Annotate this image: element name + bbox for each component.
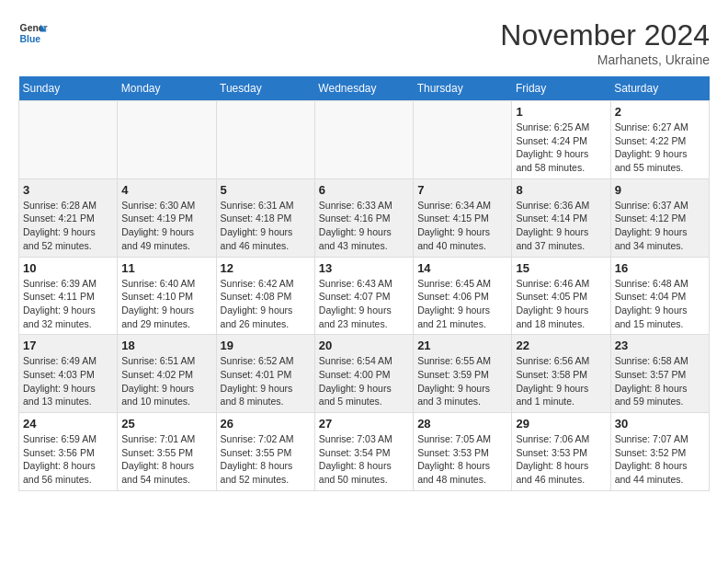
- calendar-table: SundayMondayTuesdayWednesdayThursdayFrid…: [18, 76, 710, 491]
- day-number: 24: [23, 417, 113, 431]
- calendar-cell: 23Sunrise: 6:58 AM Sunset: 3:57 PM Dayli…: [610, 335, 709, 413]
- calendar-cell: 6Sunrise: 6:33 AM Sunset: 4:16 PM Daylig…: [314, 178, 413, 257]
- day-number: 6: [319, 183, 409, 197]
- day-info: Sunrise: 6:45 AM Sunset: 4:06 PM Dayligh…: [417, 277, 507, 331]
- day-number: 19: [221, 339, 311, 352]
- day-number: 10: [23, 261, 113, 275]
- day-number: 20: [319, 339, 409, 352]
- day-number: 28: [417, 417, 507, 431]
- calendar-cell: 22Sunrise: 6:56 AM Sunset: 3:58 PM Dayli…: [512, 335, 610, 413]
- calendar-cell: [414, 101, 512, 179]
- day-info: Sunrise: 7:01 AM Sunset: 3:55 PM Dayligh…: [121, 432, 211, 487]
- calendar-cell: 15Sunrise: 6:46 AM Sunset: 4:05 PM Dayli…: [512, 257, 610, 335]
- calendar-cell: 2Sunrise: 6:27 AM Sunset: 4:22 PM Daylig…: [610, 101, 709, 179]
- day-info: Sunrise: 6:42 AM Sunset: 4:08 PM Dayligh…: [221, 277, 311, 331]
- week-row-1: 1Sunrise: 6:25 AM Sunset: 4:24 PM Daylig…: [19, 101, 710, 179]
- day-number: 13: [319, 261, 409, 275]
- day-number: 21: [417, 339, 507, 352]
- day-number: 30: [615, 417, 705, 431]
- day-number: 18: [121, 339, 211, 352]
- calendar-cell: 13Sunrise: 6:43 AM Sunset: 4:07 PM Dayli…: [314, 257, 413, 335]
- col-header-thursday: Thursday: [414, 76, 512, 101]
- day-number: 15: [516, 261, 606, 275]
- day-number: 17: [23, 339, 113, 352]
- calendar-cell: [216, 101, 314, 179]
- day-info: Sunrise: 6:59 AM Sunset: 3:56 PM Dayligh…: [23, 432, 113, 487]
- col-header-friday: Friday: [512, 76, 610, 101]
- day-info: Sunrise: 6:30 AM Sunset: 4:19 PM Dayligh…: [121, 199, 211, 253]
- title-area: November 2024 Marhanets, Ukraine: [500, 18, 710, 67]
- day-number: 4: [121, 183, 211, 197]
- header-row: SundayMondayTuesdayWednesdayThursdayFrid…: [19, 76, 710, 101]
- day-info: Sunrise: 6:37 AM Sunset: 4:12 PM Dayligh…: [615, 199, 705, 253]
- day-info: Sunrise: 6:40 AM Sunset: 4:10 PM Dayligh…: [121, 277, 211, 331]
- calendar-cell: 9Sunrise: 6:37 AM Sunset: 4:12 PM Daylig…: [610, 178, 709, 257]
- day-info: Sunrise: 7:02 AM Sunset: 3:55 PM Dayligh…: [221, 432, 311, 487]
- day-number: 23: [615, 339, 705, 352]
- day-info: Sunrise: 6:55 AM Sunset: 3:59 PM Dayligh…: [417, 354, 507, 408]
- header: General Blue November 2024 Marhanets, Uk…: [18, 18, 710, 67]
- calendar-cell: 5Sunrise: 6:31 AM Sunset: 4:18 PM Daylig…: [216, 178, 314, 257]
- day-info: Sunrise: 7:06 AM Sunset: 3:53 PM Dayligh…: [516, 432, 606, 487]
- day-info: Sunrise: 6:34 AM Sunset: 4:15 PM Dayligh…: [417, 199, 507, 253]
- calendar-cell: 1Sunrise: 6:25 AM Sunset: 4:24 PM Daylig…: [512, 101, 610, 179]
- calendar-cell: 4Sunrise: 6:30 AM Sunset: 4:19 PM Daylig…: [118, 178, 216, 257]
- day-info: Sunrise: 6:54 AM Sunset: 4:00 PM Dayligh…: [319, 354, 409, 408]
- week-row-3: 10Sunrise: 6:39 AM Sunset: 4:11 PM Dayli…: [19, 257, 710, 335]
- logo: General Blue: [18, 18, 48, 48]
- day-number: 5: [221, 183, 311, 197]
- day-info: Sunrise: 6:43 AM Sunset: 4:07 PM Dayligh…: [319, 277, 409, 331]
- calendar-cell: 16Sunrise: 6:48 AM Sunset: 4:04 PM Dayli…: [610, 257, 709, 335]
- day-info: Sunrise: 6:33 AM Sunset: 4:16 PM Dayligh…: [319, 199, 409, 253]
- day-number: 1: [516, 105, 606, 119]
- day-number: 8: [516, 183, 606, 197]
- day-info: Sunrise: 6:36 AM Sunset: 4:14 PM Dayligh…: [516, 199, 606, 253]
- month-title: November 2024: [500, 18, 710, 52]
- calendar-cell: 30Sunrise: 7:07 AM Sunset: 3:52 PM Dayli…: [610, 413, 709, 491]
- day-number: 27: [319, 417, 409, 431]
- calendar-cell: [19, 101, 118, 179]
- col-header-wednesday: Wednesday: [314, 76, 413, 101]
- day-info: Sunrise: 6:28 AM Sunset: 4:21 PM Dayligh…: [23, 199, 113, 253]
- calendar-cell: [118, 101, 216, 179]
- day-number: 25: [121, 417, 211, 431]
- calendar-cell: 28Sunrise: 7:05 AM Sunset: 3:53 PM Dayli…: [414, 413, 512, 491]
- calendar-cell: 19Sunrise: 6:52 AM Sunset: 4:01 PM Dayli…: [216, 335, 314, 413]
- calendar-cell: 12Sunrise: 6:42 AM Sunset: 4:08 PM Dayli…: [216, 257, 314, 335]
- day-info: Sunrise: 6:56 AM Sunset: 3:58 PM Dayligh…: [516, 354, 606, 408]
- day-info: Sunrise: 6:51 AM Sunset: 4:02 PM Dayligh…: [121, 354, 211, 408]
- day-number: 11: [121, 261, 211, 275]
- calendar-cell: 11Sunrise: 6:40 AM Sunset: 4:10 PM Dayli…: [118, 257, 216, 335]
- day-info: Sunrise: 7:05 AM Sunset: 3:53 PM Dayligh…: [417, 432, 507, 487]
- calendar-cell: 18Sunrise: 6:51 AM Sunset: 4:02 PM Dayli…: [118, 335, 216, 413]
- day-number: 29: [516, 417, 606, 431]
- day-number: 22: [516, 339, 606, 352]
- day-number: 3: [23, 183, 113, 197]
- day-info: Sunrise: 6:49 AM Sunset: 4:03 PM Dayligh…: [23, 354, 113, 408]
- day-info: Sunrise: 6:52 AM Sunset: 4:01 PM Dayligh…: [221, 354, 311, 408]
- calendar-cell: 26Sunrise: 7:02 AM Sunset: 3:55 PM Dayli…: [216, 413, 314, 491]
- day-number: 26: [221, 417, 311, 431]
- week-row-2: 3Sunrise: 6:28 AM Sunset: 4:21 PM Daylig…: [19, 178, 710, 257]
- svg-text:Blue: Blue: [20, 34, 41, 44]
- day-info: Sunrise: 6:25 AM Sunset: 4:24 PM Dayligh…: [516, 121, 606, 175]
- calendar-cell: 14Sunrise: 6:45 AM Sunset: 4:06 PM Dayli…: [414, 257, 512, 335]
- day-info: Sunrise: 6:27 AM Sunset: 4:22 PM Dayligh…: [615, 121, 705, 175]
- day-info: Sunrise: 6:39 AM Sunset: 4:11 PM Dayligh…: [23, 277, 113, 331]
- day-number: 12: [221, 261, 311, 275]
- logo-icon: General Blue: [18, 18, 48, 48]
- day-number: 7: [417, 183, 507, 197]
- calendar-cell: 20Sunrise: 6:54 AM Sunset: 4:00 PM Dayli…: [314, 335, 413, 413]
- day-info: Sunrise: 6:46 AM Sunset: 4:05 PM Dayligh…: [516, 277, 606, 331]
- calendar-cell: 29Sunrise: 7:06 AM Sunset: 3:53 PM Dayli…: [512, 413, 610, 491]
- week-row-5: 24Sunrise: 6:59 AM Sunset: 3:56 PM Dayli…: [19, 413, 710, 491]
- calendar-cell: 17Sunrise: 6:49 AM Sunset: 4:03 PM Dayli…: [19, 335, 118, 413]
- calendar-cell: 10Sunrise: 6:39 AM Sunset: 4:11 PM Dayli…: [19, 257, 118, 335]
- col-header-saturday: Saturday: [610, 76, 709, 101]
- calendar-cell: [314, 101, 413, 179]
- week-row-4: 17Sunrise: 6:49 AM Sunset: 4:03 PM Dayli…: [19, 335, 710, 413]
- calendar-cell: 24Sunrise: 6:59 AM Sunset: 3:56 PM Dayli…: [19, 413, 118, 491]
- day-number: 14: [417, 261, 507, 275]
- col-header-sunday: Sunday: [19, 76, 118, 101]
- day-number: 9: [615, 183, 705, 197]
